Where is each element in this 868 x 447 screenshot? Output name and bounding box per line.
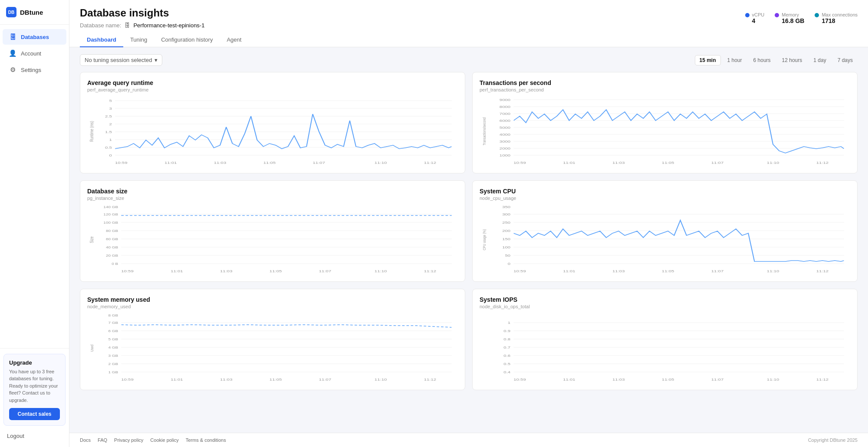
account-icon: 👤 bbox=[9, 49, 16, 57]
svg-text:11:05: 11:05 bbox=[662, 378, 674, 382]
chart-system-iops-area: 0.4 0.5 0.6 0.7 0.8 0.9 1 10:59 11:01 11… bbox=[480, 313, 850, 383]
svg-text:1: 1 bbox=[109, 138, 112, 142]
svg-text:0.4: 0.4 bbox=[503, 370, 510, 374]
sidebar-item-account[interactable]: 👤 Account bbox=[3, 46, 66, 61]
footer-privacy[interactable]: Privacy policy bbox=[114, 437, 143, 443]
chart-system-memory: System memory used node_memory_used 1 GB… bbox=[80, 289, 465, 390]
stat-max-connections: Max connections 1718 bbox=[815, 12, 858, 24]
vcpu-label: vCPU bbox=[752, 12, 765, 17]
svg-text:11:05: 11:05 bbox=[270, 378, 282, 382]
svg-text:11:05: 11:05 bbox=[662, 269, 674, 273]
svg-text:11:03: 11:03 bbox=[612, 378, 625, 382]
svg-text:0 B: 0 B bbox=[112, 262, 118, 265]
svg-text:4 GB: 4 GB bbox=[108, 346, 118, 349]
svg-text:5: 5 bbox=[109, 99, 112, 103]
max-connections-label: Max connections bbox=[822, 12, 858, 17]
svg-text:100 GB: 100 GB bbox=[103, 221, 118, 224]
sidebar-logo: DB DBtune bbox=[0, 0, 69, 25]
time-btn-15min[interactable]: 15 min bbox=[695, 55, 721, 65]
svg-text:5000: 5000 bbox=[500, 126, 511, 130]
svg-text:10:59: 10:59 bbox=[513, 269, 526, 273]
svg-text:11:01: 11:01 bbox=[563, 378, 575, 382]
stat-memory: Memory 16.8 GB bbox=[775, 12, 804, 24]
stats-bar: vCPU 4 Memory 16.8 GB Max connections bbox=[745, 12, 858, 24]
toolbar-row: No tuning session selected ▾ 15 min 1 ho… bbox=[80, 54, 858, 66]
chart-system-iops-title: System IOPS bbox=[480, 296, 850, 303]
chart-avg-query-runtime-area: 0 0.5 1 1.5 2 2.5 3 5 Runtime (ms) 10:59 bbox=[87, 97, 458, 166]
footer-copyright: Copyright DBtune 2025 bbox=[808, 437, 858, 443]
svg-text:11:10: 11:10 bbox=[767, 161, 779, 165]
vcpu-value: 4 bbox=[752, 17, 765, 24]
footer-cookie[interactable]: Cookie policy bbox=[150, 437, 178, 443]
footer-terms[interactable]: Terms & conditions bbox=[186, 437, 226, 443]
svg-text:300: 300 bbox=[502, 212, 511, 216]
chart-system-memory-svg: 1 GB 2 GB 3 GB 4 GB 5 GB 6 GB 7 GB 8 GB … bbox=[87, 313, 458, 383]
svg-text:10:59: 10:59 bbox=[121, 269, 133, 273]
tab-tuning[interactable]: Tuning bbox=[123, 33, 154, 47]
svg-text:1 GB: 1 GB bbox=[108, 370, 118, 374]
svg-text:11:05: 11:05 bbox=[662, 161, 674, 165]
svg-text:1: 1 bbox=[508, 321, 510, 325]
svg-text:11:10: 11:10 bbox=[767, 269, 779, 273]
sidebar-item-settings[interactable]: ⚙ Settings bbox=[3, 62, 66, 78]
chart-system-iops-svg: 0.4 0.5 0.6 0.7 0.8 0.9 1 10:59 11:01 11… bbox=[480, 313, 850, 383]
footer-docs[interactable]: Docs bbox=[80, 437, 91, 443]
tab-configuration-history[interactable]: Configuration history bbox=[154, 33, 220, 47]
svg-text:11:10: 11:10 bbox=[375, 161, 387, 165]
tabs: Dashboard Tuning Configuration history A… bbox=[80, 33, 858, 47]
chart-system-memory-area: 1 GB 2 GB 3 GB 4 GB 5 GB 6 GB 7 GB 8 GB … bbox=[87, 313, 458, 383]
svg-text:1000: 1000 bbox=[500, 153, 511, 157]
session-select[interactable]: No tuning session selected ▾ bbox=[80, 54, 162, 66]
svg-text:0.7: 0.7 bbox=[503, 346, 510, 349]
main-content: Database insights Database name: 🗄 Perfo… bbox=[69, 0, 868, 447]
svg-text:11:12: 11:12 bbox=[816, 378, 829, 382]
svg-text:11:12: 11:12 bbox=[424, 378, 436, 382]
svg-text:350: 350 bbox=[502, 205, 511, 209]
svg-text:11:01: 11:01 bbox=[171, 269, 183, 273]
svg-text:11:07: 11:07 bbox=[319, 269, 331, 273]
memory-label: Memory bbox=[782, 12, 804, 17]
settings-icon: ⚙ bbox=[9, 66, 16, 74]
time-btn-6hours[interactable]: 6 hours bbox=[749, 55, 776, 65]
sidebar-item-account-label: Account bbox=[21, 50, 41, 57]
chart-database-size-area: 0 B 20 GB 40 GB 60 GB 80 GB 100 GB 120 G… bbox=[87, 205, 458, 274]
chart-transactions-svg: 1000 2000 3000 4000 5000 6000 7000 8000 … bbox=[480, 97, 850, 166]
chart-system-memory-subtitle: node_memory_used bbox=[87, 304, 458, 309]
sidebar-nav: 🗄 Databases 👤 Account ⚙ Settings bbox=[0, 25, 69, 348]
svg-text:11:05: 11:05 bbox=[263, 161, 276, 165]
vcpu-dot bbox=[745, 13, 750, 17]
logo-text: DBtune bbox=[20, 9, 43, 16]
time-btn-12hours[interactable]: 12 hours bbox=[777, 55, 807, 65]
svg-text:150: 150 bbox=[502, 237, 511, 241]
footer-faq[interactable]: FAQ bbox=[98, 437, 107, 443]
vcpu-info: vCPU 4 bbox=[752, 12, 765, 24]
sidebar-item-databases[interactable]: 🗄 Databases bbox=[3, 29, 66, 45]
svg-text:11:03: 11:03 bbox=[612, 161, 625, 165]
upgrade-title: Upgrade bbox=[9, 359, 60, 366]
svg-rect-0 bbox=[115, 99, 452, 155]
svg-text:11:03: 11:03 bbox=[220, 269, 233, 273]
logout-link[interactable]: Logout bbox=[3, 430, 66, 442]
time-btn-1hour[interactable]: 1 hour bbox=[723, 55, 747, 65]
max-connections-dot bbox=[815, 13, 819, 17]
svg-text:11:01: 11:01 bbox=[563, 161, 575, 165]
time-btn-7days[interactable]: 7 days bbox=[833, 55, 858, 65]
svg-text:11:10: 11:10 bbox=[375, 378, 387, 382]
contact-sales-button[interactable]: Contact sales bbox=[9, 408, 60, 420]
charts-grid: Average query runtime perf_average_query… bbox=[80, 72, 858, 390]
svg-text:2.5: 2.5 bbox=[105, 114, 112, 118]
tab-dashboard[interactable]: Dashboard bbox=[80, 33, 123, 47]
svg-text:0.6: 0.6 bbox=[503, 354, 510, 358]
chart-system-cpu-subtitle: node_cpu_usage bbox=[480, 196, 850, 201]
chart-avg-query-runtime: Average query runtime perf_average_query… bbox=[80, 72, 465, 173]
svg-text:11:12: 11:12 bbox=[816, 269, 829, 273]
sidebar-item-databases-label: Databases bbox=[21, 34, 49, 40]
chart-avg-query-runtime-svg: 0 0.5 1 1.5 2 2.5 3 5 Runtime (ms) 10:59 bbox=[87, 97, 458, 166]
svg-text:60 GB: 60 GB bbox=[106, 237, 118, 241]
chart-system-memory-title: System memory used bbox=[87, 296, 458, 303]
svg-text:11:07: 11:07 bbox=[711, 378, 723, 382]
time-btn-1day[interactable]: 1 day bbox=[809, 55, 831, 65]
svg-rect-105 bbox=[121, 316, 451, 372]
tab-agent[interactable]: Agent bbox=[220, 33, 248, 47]
chart-database-size-title: Database size bbox=[87, 188, 458, 195]
